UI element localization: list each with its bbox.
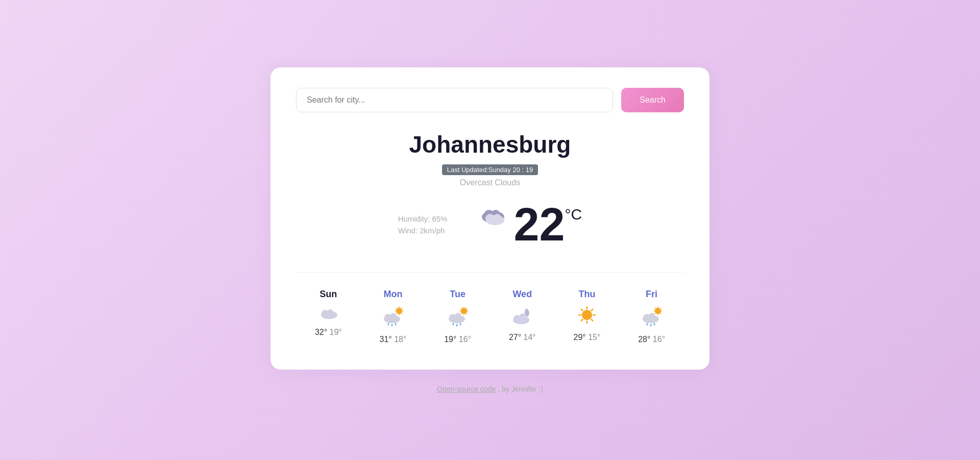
svg-point-36 xyxy=(452,323,454,325)
forecast-icon xyxy=(447,305,469,330)
svg-point-8 xyxy=(327,309,333,316)
forecast-day-name: Tue xyxy=(450,289,465,300)
svg-line-14 xyxy=(396,308,397,308)
svg-point-41 xyxy=(519,313,526,321)
svg-point-38 xyxy=(459,323,461,325)
search-row: Search xyxy=(296,88,684,112)
forecast-high: 19° xyxy=(444,335,459,344)
forecast-low: 16° xyxy=(653,335,665,344)
open-source-link[interactable]: Open-source code xyxy=(437,385,496,393)
forecast-day: Fri xyxy=(638,289,665,344)
svg-line-48 xyxy=(591,319,593,321)
humidity-text: Humidity: 65% xyxy=(398,214,448,223)
forecast-day: Sun 32° 19° xyxy=(315,289,342,344)
svg-point-23 xyxy=(395,323,396,325)
svg-line-57 xyxy=(660,313,660,313)
forecast-high: 29° xyxy=(574,333,589,342)
svg-line-30 xyxy=(466,313,467,313)
forecast-temps: 32° 19° xyxy=(315,328,342,337)
svg-line-16 xyxy=(401,308,402,308)
forecast-day-name: Wed xyxy=(512,289,532,300)
temperature-value: 22 xyxy=(513,202,565,248)
svg-line-56 xyxy=(655,308,655,308)
forecast-low: 18° xyxy=(394,335,406,344)
svg-point-63 xyxy=(646,323,648,325)
svg-line-15 xyxy=(401,313,402,313)
search-input[interactable] xyxy=(296,88,613,112)
forecast-high: 32° xyxy=(315,328,330,336)
condition-text: Overcast Clouds xyxy=(296,178,684,187)
temp-display: 22 °C xyxy=(478,202,582,248)
forecast-temps: 28° 16° xyxy=(638,335,665,344)
svg-point-22 xyxy=(391,324,393,326)
svg-point-21 xyxy=(387,323,389,325)
current-weather: Humidity: 65% Wind: 2km/ph 22 °C xyxy=(296,202,684,248)
forecast-temps: 19° 16° xyxy=(444,335,471,344)
svg-line-17 xyxy=(396,313,397,313)
svg-point-20 xyxy=(390,313,396,319)
forecast-temps: 27° 14° xyxy=(509,333,536,342)
svg-line-29 xyxy=(461,308,461,308)
svg-point-4 xyxy=(485,214,495,223)
forecast-day: Tue xyxy=(444,289,471,344)
forecast-day: Mon xyxy=(380,289,407,344)
svg-point-65 xyxy=(653,323,655,325)
svg-point-62 xyxy=(649,313,655,319)
forecast-day: Thu 29° 15° xyxy=(574,289,601,344)
forecast-low: 16° xyxy=(459,335,471,344)
forecast-low: 19° xyxy=(330,328,342,336)
svg-point-37 xyxy=(456,324,457,326)
current-weather-icon xyxy=(478,202,508,231)
forecast-day-name: Sun xyxy=(320,289,337,300)
city-name: Johannesburg xyxy=(296,131,684,158)
svg-line-59 xyxy=(655,313,655,313)
forecast-high: 31° xyxy=(380,335,395,344)
wind-text: Wind: 2km/ph xyxy=(398,226,448,235)
forecast-row: Sun 32° 19°Mon xyxy=(296,272,684,344)
last-updated-badge: Last Updated:Sunday 20 : 19 xyxy=(442,164,538,175)
forecast-icon xyxy=(318,305,338,323)
forecast-day: Wed 27° 14° xyxy=(509,289,536,344)
svg-point-64 xyxy=(650,324,651,326)
search-button[interactable]: Search xyxy=(621,88,684,112)
forecast-icon xyxy=(577,305,597,328)
svg-line-31 xyxy=(466,308,467,308)
svg-line-47 xyxy=(581,309,583,310)
last-updated-row: Last Updated:Sunday 20 : 19 xyxy=(296,164,684,175)
forecast-temps: 31° 18° xyxy=(380,335,407,344)
footer-suffix: , by Jennifer :) xyxy=(496,385,543,393)
weather-card: Search Johannesburg Last Updated:Sunday … xyxy=(271,67,709,370)
forecast-high: 27° xyxy=(509,333,524,342)
svg-line-58 xyxy=(660,308,660,308)
forecast-high: 28° xyxy=(638,335,653,344)
temperature-unit: °C xyxy=(565,206,582,223)
forecast-day-name: Thu xyxy=(578,289,595,300)
svg-point-42 xyxy=(582,310,592,320)
svg-line-50 xyxy=(581,319,583,321)
forecast-icon xyxy=(511,305,533,328)
svg-line-49 xyxy=(591,309,593,310)
svg-point-35 xyxy=(455,313,461,319)
forecast-day-name: Fri xyxy=(646,289,657,300)
svg-line-32 xyxy=(461,313,461,313)
footer: Open-source code , by Jennifer :) xyxy=(437,385,543,393)
forecast-day-name: Mon xyxy=(383,289,402,300)
weather-details: Humidity: 65% Wind: 2km/ph xyxy=(398,214,448,235)
forecast-icon xyxy=(641,305,663,330)
forecast-low: 14° xyxy=(524,333,536,342)
forecast-temps: 29° 15° xyxy=(574,333,601,342)
svg-point-5 xyxy=(494,214,501,221)
forecast-low: 15° xyxy=(588,333,600,342)
forecast-icon xyxy=(382,305,404,330)
